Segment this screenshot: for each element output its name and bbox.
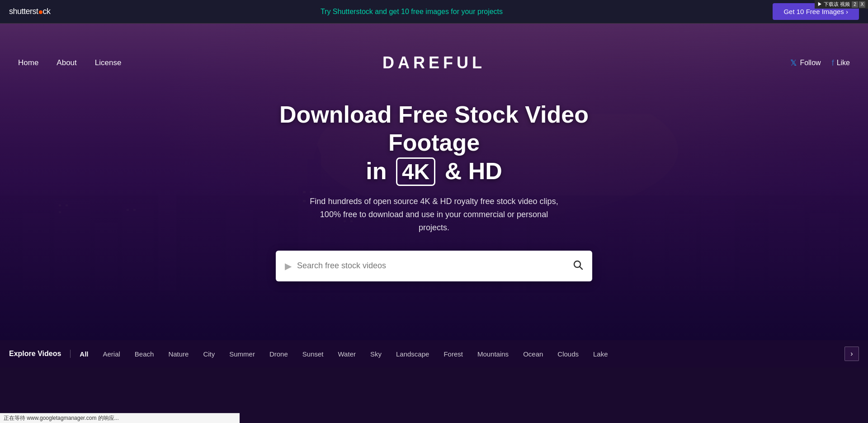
main-nav: Home About License DAREFUL 𝕏 Follow f Li… [0,47,868,79]
hero-title-line2-suffix: & HD [445,158,502,184]
facebook-icon: f [832,58,834,68]
hero-title-line2-prefix: in [366,158,387,184]
nav-left: Home About License [18,58,121,67]
status-bar: 正在等待 www.googletagmanager.com 的响应... [0,413,240,423]
hero-content: Download Free Stock Video Footage in 4K … [253,100,615,281]
search-bar: ▶ [276,251,592,281]
top-banner: shutterstck Try Shutterstock and get 10 … [0,0,868,24]
shutterstock-text: shutterstck [9,7,51,16]
search-input[interactable] [297,261,572,271]
category-item[interactable]: Aerial [103,350,120,358]
search-button[interactable] [572,259,583,273]
explore-label: Explore Videos [9,350,71,358]
category-item[interactable]: City [203,350,215,358]
banner-promo-text: Try Shutterstock and get 10 free images … [51,8,773,16]
category-item[interactable]: Lake [593,350,608,358]
search-icon [572,259,583,270]
category-item[interactable]: Mountains [477,350,509,358]
hero-subtitle: Find hundreds of open source 4K & HD roy… [307,195,561,234]
category-item[interactable]: Water [338,350,356,358]
status-text: 正在等待 www.googletagmanager.com 的响应... [4,414,119,422]
category-item[interactable]: Summer [229,350,255,358]
video-icon: ▶ [285,261,292,271]
follow-label: Follow [800,59,821,67]
shutterstock-dot [39,10,42,14]
nav-center: DAREFUL [382,53,486,72]
category-item[interactable]: Beach [135,350,154,358]
download-tool-btn-x[interactable]: X [859,1,865,8]
categories-bar: Explore Videos AllAerialBeachNatureCityS… [0,340,868,367]
category-item[interactable]: All [80,350,88,358]
twitter-follow-btn[interactable]: 𝕏 Follow [790,58,821,68]
category-item[interactable]: Forest [443,350,463,358]
nav-home[interactable]: Home [18,58,38,67]
download-tool-buttons: 2 X [852,1,865,8]
hero-section: Home About License DAREFUL 𝕏 Follow f Li… [0,24,868,340]
category-item[interactable]: Ocean [523,350,543,358]
category-item[interactable]: Nature [168,350,189,358]
category-item[interactable]: Landscape [396,350,429,358]
download-tool-btn-2[interactable]: 2 [852,1,858,8]
download-tool-overlay: ▶ 下载该 视频 2 X [815,0,868,9]
hero-4k-badge: 4K [396,157,435,186]
hero-title-line1: Download Free Stock Video Footage [279,101,589,156]
nav-license[interactable]: License [95,58,122,67]
category-items: AllAerialBeachNatureCitySummerDroneSunse… [80,350,840,358]
like-label: Like [837,59,850,67]
hero-title: Download Free Stock Video Footage in 4K … [253,100,615,186]
facebook-like-btn[interactable]: f Like [832,58,850,68]
category-item[interactable]: Sunset [302,350,324,358]
category-next-button[interactable]: › [844,347,859,361]
shutterstock-logo: shutterstck [9,7,51,16]
nav-about[interactable]: About [57,58,76,67]
svg-line-43 [580,266,583,269]
category-item[interactable]: Drone [269,350,288,358]
nav-right: 𝕏 Follow f Like [790,58,850,68]
brand-logo[interactable]: DAREFUL [382,53,486,72]
category-item[interactable]: Sky [370,350,382,358]
category-item[interactable]: Clouds [557,350,579,358]
twitter-icon: 𝕏 [790,58,797,68]
download-tool-label: ▶ 下载该 视频 [817,1,850,8]
